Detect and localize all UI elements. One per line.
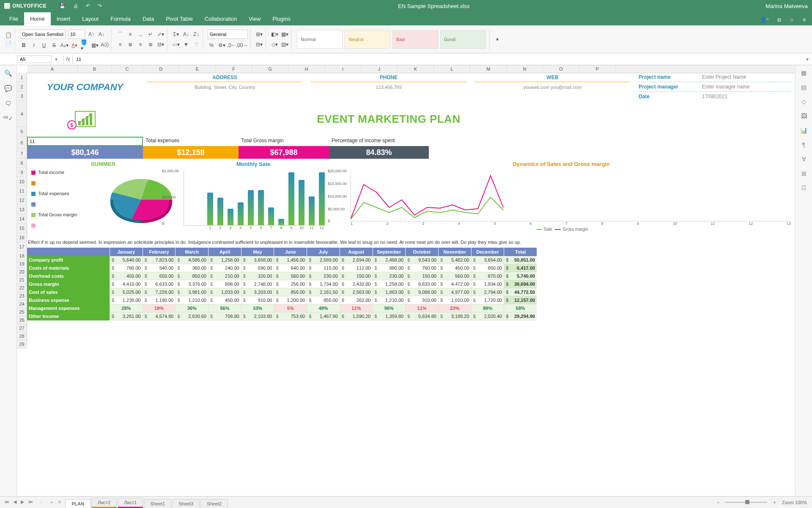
sort-desc-icon[interactable]: Z↓ — [192, 30, 200, 38]
row-header-17[interactable]: 17 — [17, 242, 27, 251]
col-header-L[interactable]: L — [434, 65, 470, 73]
row-header-12[interactable]: 12 — [17, 196, 27, 205]
col-header-C[interactable]: C — [112, 65, 143, 73]
borders-button[interactable]: ▦▾ — [91, 41, 99, 49]
col-header-H[interactable]: H — [288, 65, 325, 73]
paragraph-settings-icon[interactable]: ¶ — [802, 141, 806, 148]
style-gallery-more-icon[interactable]: ▾ — [494, 36, 501, 43]
col-header-M[interactable]: M — [470, 65, 507, 73]
chat-icon[interactable]: 🗨 — [5, 100, 11, 107]
align-middle-icon[interactable]: ≡ — [126, 30, 134, 38]
row-header-11[interactable]: 11 — [17, 186, 27, 196]
orientation-icon[interactable]: ⤢▾ — [157, 30, 165, 38]
name-box-dropdown-icon[interactable]: ▾ — [52, 56, 61, 62]
row-header-3[interactable]: 3 — [17, 91, 27, 101]
fill-color-button[interactable]: 🪣▾ — [81, 41, 88, 49]
chart-settings-icon[interactable]: 📊 — [800, 127, 807, 134]
bold-button[interactable]: B — [20, 41, 27, 49]
row-header-9[interactable]: 9 — [17, 168, 27, 177]
col-header-E[interactable]: E — [179, 65, 216, 73]
autosum-icon[interactable]: Σ▾ — [172, 30, 180, 38]
decrease-font-icon[interactable]: A↓ — [98, 30, 105, 38]
col-header-B[interactable]: B — [78, 65, 112, 73]
row-header-29[interactable]: 29 — [17, 340, 27, 348]
sheet-tab[interactable]: Sheet3 — [172, 499, 200, 508]
col-header-K[interactable]: K — [398, 65, 434, 73]
paste-icon[interactable]: 📄 — [5, 40, 12, 47]
row-header-28[interactable]: 28 — [17, 332, 27, 340]
col-header-O[interactable]: O — [543, 65, 579, 73]
style-normal[interactable]: Normal — [297, 30, 343, 49]
percent-icon[interactable]: % — [208, 41, 215, 49]
align-right-icon[interactable]: ≡ — [137, 41, 144, 48]
style-bad[interactable]: Bad — [392, 30, 438, 49]
col-header-J[interactable]: J — [361, 65, 398, 73]
sheet-body[interactable]: YOUR COMPANY ADDRESS Building, Street, C… — [27, 73, 795, 346]
dec-decrease-icon[interactable]: .0← — [228, 41, 236, 49]
name-box[interactable] — [17, 55, 52, 63]
row-header-19[interactable]: 19 — [17, 260, 27, 268]
row-header-4[interactable]: 4 — [17, 101, 27, 127]
textart-settings-icon[interactable]: Ɐ — [802, 156, 806, 163]
menu-icon[interactable]: ≡ — [803, 17, 806, 23]
subscript-button[interactable]: A₂▾ — [60, 41, 68, 49]
row-headers[interactable]: 1234567891011121314151617181920212223242… — [17, 73, 27, 348]
sheet-tab[interactable]: Sheet1 — [144, 499, 171, 508]
open-location-icon[interactable]: ⧉ — [777, 17, 781, 23]
spreadsheet-grid[interactable]: ABCDEFGHIJKLMNOP 12345678910111213141516… — [17, 65, 795, 496]
row-header-18[interactable]: 18 — [17, 251, 27, 260]
tab-data[interactable]: Data — [137, 12, 160, 25]
align-bottom-icon[interactable]: ⎵ — [137, 30, 144, 38]
delete-cells-icon[interactable]: ⊟▾ — [255, 41, 263, 48]
dec-increase-icon[interactable]: .00→ — [238, 41, 246, 49]
font-family-select[interactable] — [20, 30, 66, 39]
sheet-add-icon[interactable]: ＋ — [49, 499, 54, 505]
row-header-26[interactable]: 26 — [17, 316, 27, 324]
search-icon[interactable]: 🔍 — [4, 69, 12, 77]
favorite-icon[interactable]: ☆ — [790, 17, 794, 23]
fx-icon[interactable]: fx — [63, 55, 73, 64]
row-header-5[interactable]: 5 — [17, 127, 27, 136]
table-settings-icon[interactable]: ▤ — [801, 84, 807, 91]
zoom-label[interactable]: Zoom 100% — [782, 500, 807, 505]
column-headers[interactable]: ABCDEFGHIJKLMNOP — [27, 65, 795, 73]
row-header-16[interactable]: 16 — [17, 233, 27, 242]
style-good[interactable]: Good — [440, 30, 486, 49]
copy-icon[interactable]: 📋 — [5, 31, 12, 39]
image-settings-icon[interactable]: 🖼 — [801, 113, 807, 119]
align-top-icon[interactable]: ⎴ — [116, 30, 124, 38]
row-header-15[interactable]: 15 — [17, 224, 27, 233]
zoom-out-icon[interactable]: − — [717, 500, 719, 505]
tab-insert[interactable]: Insert — [51, 12, 77, 25]
pivot-settings-icon[interactable]: ⊞ — [801, 170, 807, 177]
named-range-icon[interactable]: ▭▾ — [172, 41, 180, 48]
row-header-2[interactable]: 2 — [17, 82, 27, 91]
format-table-icon[interactable]: ▦▾ — [281, 30, 288, 38]
row-header-20[interactable]: 20 — [17, 268, 27, 276]
sheet-tab[interactable]: Лист2 — [91, 498, 117, 508]
col-header-D[interactable]: D — [143, 65, 179, 73]
filter-icon[interactable]: ▼ — [182, 41, 190, 48]
col-header-P[interactable]: P — [579, 65, 616, 73]
sheet-tab[interactable]: Лист1 — [118, 498, 143, 508]
wrap-text-icon[interactable]: ↵ — [147, 30, 154, 38]
font-size-select[interactable] — [68, 30, 85, 39]
zoom-in-icon[interactable]: ＋ — [772, 499, 777, 505]
tab-layout[interactable]: Layout — [76, 12, 104, 25]
row-header-24[interactable]: 24 — [17, 300, 27, 308]
save-icon[interactable]: 💾 — [59, 3, 66, 9]
sheet-tab[interactable]: Sheet2 — [200, 499, 228, 508]
row-header-27[interactable]: 27 — [17, 324, 27, 332]
comments-icon[interactable]: 💬 — [4, 85, 12, 92]
row-header-7[interactable]: 7 — [17, 149, 27, 158]
align-left-icon[interactable]: ≡ — [116, 41, 124, 48]
strike-button[interactable]: S — [50, 41, 58, 49]
sheet-list-icon[interactable]: ≡ — [58, 499, 61, 505]
align-center-icon[interactable]: ≣ — [126, 41, 134, 48]
shape-settings-icon[interactable]: ◇ — [801, 98, 806, 105]
tab-formula[interactable]: Formula — [104, 12, 137, 25]
number-format-select[interactable] — [208, 30, 248, 39]
tab-home[interactable]: Home — [24, 12, 51, 25]
active-cell-input[interactable] — [28, 138, 142, 145]
row-header-14[interactable]: 14 — [17, 214, 27, 224]
